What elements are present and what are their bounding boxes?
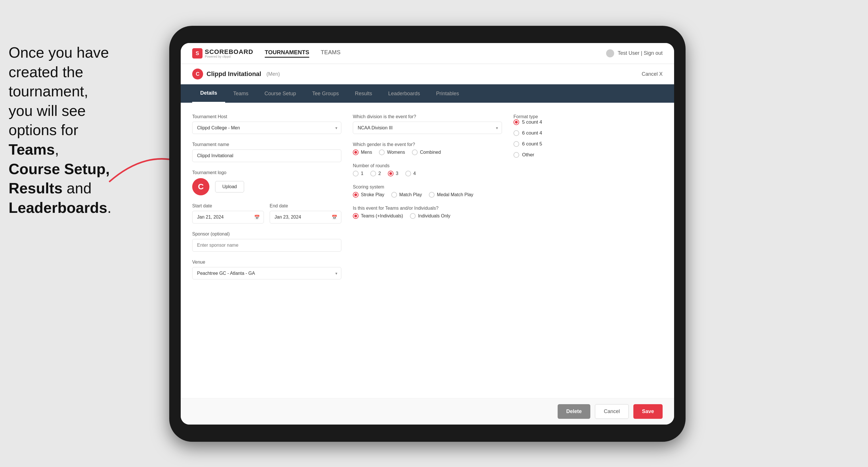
round-3[interactable]: 3 [388,171,398,177]
tournament-host-select[interactable]: Clippd College - Men [192,122,341,134]
format-6count4[interactable]: 6 count 4 [514,130,662,136]
scoring-medal-match-play[interactable]: Medal Match Play [429,192,473,198]
tournament-logo-label: Tournament logo [192,170,341,175]
division-wrapper: NCAA Division III [353,122,502,134]
scoring-stroke-play[interactable]: Stroke Play [353,192,384,198]
venue-wrapper: Peachtree GC - Atlanta - GA [192,267,341,279]
nav-links: TOURNAMENTS TEAMS [265,49,340,58]
format-6count5[interactable]: 6 count 5 [514,141,662,147]
tablet-screen: S SCOREBOARD Powered by clippd TOURNAMEN… [181,43,674,425]
end-date-group: End date [270,204,341,223]
start-date-group: Start date [192,204,264,223]
rounds-radio-group: 1 2 3 4 [353,171,502,177]
venue-label: Venue [192,259,341,265]
form-section-middle: Which division is the event for? NCAA Di… [353,114,502,287]
scoring-stroke-play-radio[interactable] [353,192,359,198]
logo-preview: C [192,178,209,195]
gender-mens-label: Mens [361,150,372,155]
gender-womens[interactable]: Womens [379,150,405,155]
end-date-input[interactable] [270,211,341,223]
venue-select[interactable]: Peachtree GC - Atlanta - GA [192,267,341,279]
scoring-match-play[interactable]: Match Play [391,192,422,198]
save-button[interactable]: Save [633,404,662,419]
nav-link-tournaments[interactable]: TOURNAMENTS [265,49,309,58]
scoring-match-play-radio[interactable] [391,192,397,198]
tab-tee-groups[interactable]: Tee Groups [304,85,347,102]
sponsor-group: Sponsor (optional) [192,231,341,252]
gender-mens-radio[interactable] [353,150,359,155]
end-date-label: End date [270,204,341,209]
start-date-wrapper [192,211,264,223]
round-2-label: 2 [378,171,381,176]
sponsor-input[interactable] [192,239,341,252]
scoring-medal-match-play-label: Medal Match Play [437,192,473,197]
scoring-label: Scoring system [353,184,502,190]
rounds-label: Number of rounds [353,163,502,168]
tournament-qualifier: (Men) [267,71,280,77]
user-icon [606,49,614,57]
round-1[interactable]: 1 [353,171,364,177]
round-2[interactable]: 2 [370,171,381,177]
nav-link-teams[interactable]: TEAMS [321,49,340,58]
team-individual-radio-group: Teams (+Individuals) Individuals Only [353,213,502,219]
tab-details[interactable]: Details [192,84,225,103]
breadcrumb-bar: C Clippd Invitational (Men) Cancel X [181,64,674,84]
tournament-name: Clippd Invitational [207,70,261,78]
tournament-name-input[interactable] [192,150,341,162]
start-date-label: Start date [192,204,264,209]
format-5count4[interactable]: 5 count 4 [514,119,662,125]
rounds-group: Number of rounds 1 2 [353,163,502,177]
upload-button[interactable]: Upload [215,181,244,192]
form-section-left: Tournament Host Clippd College - Men Tou… [192,114,341,287]
team-individuals[interactable]: Teams (+Individuals) [353,213,403,219]
scoring-group: Scoring system Stroke Play Match Play [353,184,502,198]
tournament-host-group: Tournament Host Clippd College - Men [192,114,341,134]
date-row: Start date End date [192,204,341,231]
individuals-only[interactable]: Individuals Only [410,213,451,219]
tab-results[interactable]: Results [347,85,380,102]
division-select[interactable]: NCAA Division III [353,122,502,134]
form-section-right: Format type 5 count 4 6 count 4 6 count … [514,114,662,287]
gender-combined[interactable]: Combined [412,150,441,155]
action-bar: Delete Cancel Save [181,398,674,425]
round-4[interactable]: 4 [405,171,416,177]
gender-combined-label: Combined [420,150,441,155]
format-6count4-label: 6 count 4 [522,130,542,136]
tab-printables[interactable]: Printables [428,85,467,102]
user-text[interactable]: Test User | Sign out [618,50,662,56]
cancel-button[interactable]: Cancel [595,404,629,419]
round-2-radio[interactable] [370,171,376,177]
format-6count4-radio[interactable] [514,130,519,136]
team-individuals-radio[interactable] [353,213,359,219]
format-other-radio[interactable] [514,152,519,158]
round-3-radio[interactable] [388,171,394,177]
scoring-medal-match-play-radio[interactable] [429,192,435,198]
gender-group: Which gender is the event for? Mens Wome… [353,142,502,155]
logo-sub: Powered by clippd [205,55,253,58]
tab-course-setup[interactable]: Course Setup [256,85,304,102]
division-label: Which division is the event for? [353,114,502,119]
tournament-name-group: Tournament name [192,142,341,162]
gender-radio-group: Mens Womens Combined [353,150,502,155]
individuals-only-radio[interactable] [410,213,416,219]
scoring-radio-group: Stroke Play Match Play Medal Match Play [353,192,502,198]
start-date-input[interactable] [192,211,264,223]
format-6count5-radio[interactable] [514,141,519,147]
format-5count4-radio[interactable] [514,119,519,125]
format-other-label: Other [522,152,534,158]
delete-button[interactable]: Delete [558,404,590,419]
gender-mens[interactable]: Mens [353,150,372,155]
cancel-top-button[interactable]: Cancel X [642,71,662,77]
format-other[interactable]: Other [514,152,662,158]
tab-teams[interactable]: Teams [225,85,256,102]
round-1-radio[interactable] [353,171,359,177]
round-4-radio[interactable] [405,171,411,177]
gender-combined-radio[interactable] [412,150,417,155]
logo-upload-area: C Upload [192,178,341,195]
gender-womens-radio[interactable] [379,150,385,155]
main-content: Tournament Host Clippd College - Men Tou… [181,103,674,398]
tab-leaderboards[interactable]: Leaderboards [380,85,428,102]
tab-nav: Details Teams Course Setup Tee Groups Re… [181,84,674,103]
user-area[interactable]: Test User | Sign out [606,49,662,57]
tournament-logo-group: Tournament logo C Upload [192,170,341,195]
